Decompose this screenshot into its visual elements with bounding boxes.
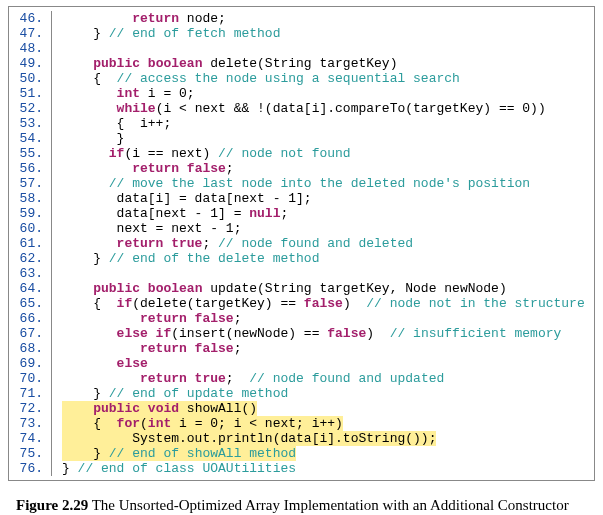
code-line: 53. { i++;: [9, 116, 594, 131]
code-line: 65. { if(delete(targetKey) == false) // …: [9, 296, 594, 311]
line-number: 74.: [9, 431, 52, 446]
code-line: 52. while(i < next && !(data[i].compareT…: [9, 101, 594, 116]
code-line: 69. else: [9, 356, 594, 371]
line-number: 66.: [9, 311, 52, 326]
line-number: 62.: [9, 251, 52, 266]
code-line: 64. public boolean update(String targetK…: [9, 281, 594, 296]
line-number: 71.: [9, 386, 52, 401]
code-listing: 46. return node;47. } // end of fetch me…: [9, 11, 594, 476]
code-line: 62. } // end of the delete method: [9, 251, 594, 266]
line-number: 57.: [9, 176, 52, 191]
figure-caption-text: The Unsorted-Optimized Array Implementat…: [16, 497, 569, 515]
code-line-content: } // end of fetch method: [62, 26, 280, 41]
code-line-content: return false;: [62, 311, 241, 326]
code-line: 50. { // access the node using a sequent…: [9, 71, 594, 86]
code-line: 71. } // end of update method: [9, 386, 594, 401]
line-number: 63.: [9, 266, 52, 281]
line-number: 67.: [9, 326, 52, 341]
code-line: 70. return true; // node found and updat…: [9, 371, 594, 386]
code-line: 72. public void showAll(): [9, 401, 594, 416]
code-line-content: { for(int i = 0; i < next; i++): [62, 416, 343, 431]
line-number: 61.: [9, 236, 52, 251]
code-line-content: } // end of update method: [62, 386, 288, 401]
code-line: 51. int i = 0;: [9, 86, 594, 101]
line-number: 48.: [9, 41, 52, 56]
code-line: 68. return false;: [9, 341, 594, 356]
line-number: 75.: [9, 446, 52, 461]
code-line-content: next = next - 1;: [62, 221, 241, 236]
code-line-content: { // access the node using a sequential …: [62, 71, 460, 86]
code-line-content: return false;: [62, 341, 241, 356]
line-number: 72.: [9, 401, 52, 416]
code-line-content: else: [62, 356, 148, 371]
code-line-content: System.out.println(data[i].toString());: [62, 431, 436, 446]
code-line: 56. return false;: [9, 161, 594, 176]
code-line-content: } // end of class UOAUtilities: [62, 461, 296, 476]
code-line-content: public void showAll(): [62, 401, 257, 416]
code-line-content: return false;: [62, 161, 234, 176]
line-number: 55.: [9, 146, 52, 161]
code-line-content: public boolean delete(String targetKey): [62, 56, 397, 71]
code-line: 73. { for(int i = 0; i < next; i++): [9, 416, 594, 431]
line-number: 69.: [9, 356, 52, 371]
line-number: 58.: [9, 191, 52, 206]
figure-caption: Figure 2.29 The Unsorted-Optimized Array…: [16, 495, 587, 515]
code-line: 58. data[i] = data[next - 1];: [9, 191, 594, 206]
line-number: 59.: [9, 206, 52, 221]
line-number: 70.: [9, 371, 52, 386]
code-line: 47. } // end of fetch method: [9, 26, 594, 41]
figure-number: Figure 2.29: [16, 497, 88, 513]
line-number: 76.: [9, 461, 52, 476]
code-line-content: } // end of the delete method: [62, 251, 319, 266]
line-number: 49.: [9, 56, 52, 71]
line-number: 68.: [9, 341, 52, 356]
code-line: 76.} // end of class UOAUtilities: [9, 461, 594, 476]
code-listing-frame: 46. return node;47. } // end of fetch me…: [8, 6, 595, 481]
code-line: 54. }: [9, 131, 594, 146]
line-number: 51.: [9, 86, 52, 101]
code-line: 60. next = next - 1;: [9, 221, 594, 236]
code-line-content: while(i < next && !(data[i].compareTo(ta…: [62, 101, 546, 116]
code-line: 74. System.out.println(data[i].toString(…: [9, 431, 594, 446]
line-number: 53.: [9, 116, 52, 131]
code-line-content: data[i] = data[next - 1];: [62, 191, 312, 206]
code-line-content: return node;: [62, 11, 226, 26]
code-line: 55. if(i == next) // node not found: [9, 146, 594, 161]
code-line: 46. return node;: [9, 11, 594, 26]
line-number: 60.: [9, 221, 52, 236]
code-line: 59. data[next - 1] = null;: [9, 206, 594, 221]
code-line-content: // move the last node into the deleted n…: [62, 176, 530, 191]
line-number: 50.: [9, 71, 52, 86]
code-line-content: int i = 0;: [62, 86, 195, 101]
code-line-content: public boolean update(String targetKey, …: [62, 281, 507, 296]
line-number: 65.: [9, 296, 52, 311]
code-line-content: if(i == next) // node not found: [62, 146, 351, 161]
line-number: 73.: [9, 416, 52, 431]
code-line: 66. return false;: [9, 311, 594, 326]
line-number: 46.: [9, 11, 52, 26]
code-line: 49. public boolean delete(String targetK…: [9, 56, 594, 71]
code-line-content: data[next - 1] = null;: [62, 206, 288, 221]
code-line: 75. } // end of showAll method: [9, 446, 594, 461]
code-line-content: }: [62, 131, 124, 146]
code-line: 63.: [9, 266, 594, 281]
code-line: 61. return true; // node found and delet…: [9, 236, 594, 251]
code-line: 48.: [9, 41, 594, 56]
line-number: 54.: [9, 131, 52, 146]
code-line-content: else if(insert(newNode) == false) // ins…: [62, 326, 561, 341]
code-line-content: return true; // node found and updated: [62, 371, 444, 386]
code-line-content: { i++;: [62, 116, 171, 131]
code-line-content: { if(delete(targetKey) == false) // node…: [62, 296, 585, 311]
code-line-content: return true; // node found and deleted: [62, 236, 413, 251]
line-number: 47.: [9, 26, 52, 41]
line-number: 64.: [9, 281, 52, 296]
line-number: 56.: [9, 161, 52, 176]
line-number: 52.: [9, 101, 52, 116]
code-line: 67. else if(insert(newNode) == false) //…: [9, 326, 594, 341]
code-line: 57. // move the last node into the delet…: [9, 176, 594, 191]
code-line-content: } // end of showAll method: [62, 446, 296, 461]
